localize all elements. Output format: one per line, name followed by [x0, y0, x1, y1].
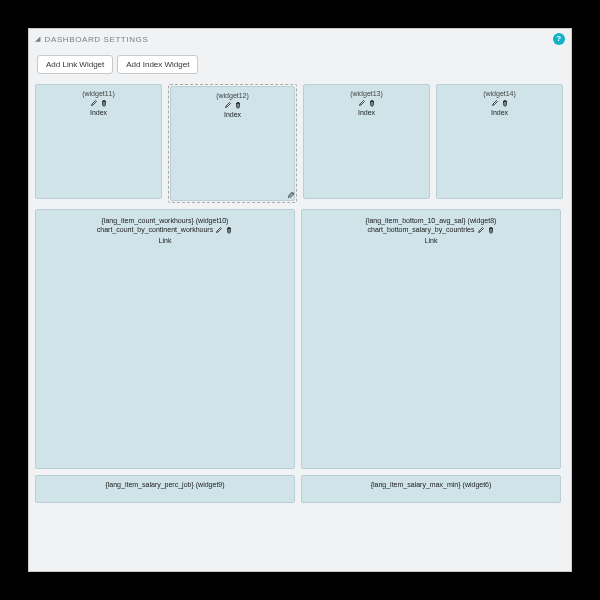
edit-icon[interactable]: [215, 226, 223, 234]
resize-handle-icon[interactable]: ✎: [285, 191, 296, 199]
widget-type: Index: [491, 108, 508, 117]
widget-selection-frame: (widget12) Index ✎: [168, 84, 297, 203]
widget-type: Link: [159, 236, 172, 245]
dashboard-settings-panel: ◢ DASHBOARD SETTINGS ? Add Link Widget A…: [28, 28, 572, 572]
help-icon[interactable]: ?: [553, 33, 565, 45]
delete-icon[interactable]: [368, 99, 376, 107]
edit-icon[interactable]: [358, 99, 366, 107]
widget-lang-label: {lang_item_bottom_10_avg_sal}: [366, 216, 466, 225]
widget-id: (widget10): [196, 216, 229, 225]
delete-icon[interactable]: [501, 99, 509, 107]
edit-icon[interactable]: [477, 226, 485, 234]
widget-card[interactable]: {lang_item_salary_perc_job} (widget9): [35, 475, 295, 503]
delete-icon[interactable]: [225, 226, 233, 234]
widget-card[interactable]: (widget11) Index: [35, 84, 162, 199]
panel-header: ◢ DASHBOARD SETTINGS ?: [29, 29, 571, 47]
widget-id: (widget9): [196, 480, 225, 489]
widget-tools: [358, 99, 376, 107]
widget-grid: (widget11) Index (widget12) Index ✎: [29, 84, 571, 515]
widget-lang-label: {lang_item_count_workhours}: [102, 216, 194, 225]
widget-id: (widget14): [483, 89, 516, 98]
widget-id: (widget11): [82, 89, 115, 98]
widget-row: (widget11) Index (widget12) Index ✎: [35, 84, 565, 203]
edit-icon[interactable]: [491, 99, 499, 107]
widget-card[interactable]: (widget13) Index: [303, 84, 430, 199]
panel-title: DASHBOARD SETTINGS: [45, 35, 149, 44]
widget-subtitle: chart_bottom_salary_by_countries: [367, 225, 474, 234]
widget-card[interactable]: (widget12) Index: [170, 86, 295, 201]
widget-card[interactable]: {lang_item_salary_max_min} (widget6): [301, 475, 561, 503]
widget-row: {lang_item_count_workhours} (widget10) c…: [35, 209, 565, 469]
widget-id: (widget6): [463, 480, 492, 489]
widget-subtitle: chart_count_by_continent_workhours: [97, 225, 213, 234]
widget-card[interactable]: {lang_item_bottom_10_avg_sal} (widget8) …: [301, 209, 561, 469]
delete-icon[interactable]: [100, 99, 108, 107]
toolbar: Add Link Widget Add Index Widget: [33, 51, 571, 78]
add-link-widget-button[interactable]: Add Link Widget: [37, 55, 113, 74]
widget-card[interactable]: {lang_item_count_workhours} (widget10) c…: [35, 209, 295, 469]
widget-tools: [224, 101, 242, 109]
widget-type: Index: [358, 108, 375, 117]
edit-icon[interactable]: [90, 99, 98, 107]
widget-tools: [491, 99, 509, 107]
widget-tools: [90, 99, 108, 107]
widget-lang-label: {lang_item_salary_perc_job}: [105, 480, 193, 489]
delete-icon[interactable]: [234, 101, 242, 109]
collapse-icon[interactable]: ◢: [35, 35, 41, 43]
widget-id: (widget13): [350, 89, 383, 98]
widget-row: {lang_item_salary_perc_job} (widget9) {l…: [35, 475, 565, 503]
add-index-widget-button[interactable]: Add Index Widget: [117, 55, 198, 74]
widget-type: Index: [90, 108, 107, 117]
edit-icon[interactable]: [224, 101, 232, 109]
widget-card[interactable]: (widget14) Index: [436, 84, 563, 199]
widget-id: (widget12): [216, 91, 249, 100]
widget-lang-label: {lang_item_salary_max_min}: [371, 480, 461, 489]
widget-type: Index: [224, 110, 241, 119]
widget-type: Link: [425, 236, 438, 245]
widget-id: (widget8): [468, 216, 497, 225]
delete-icon[interactable]: [487, 226, 495, 234]
